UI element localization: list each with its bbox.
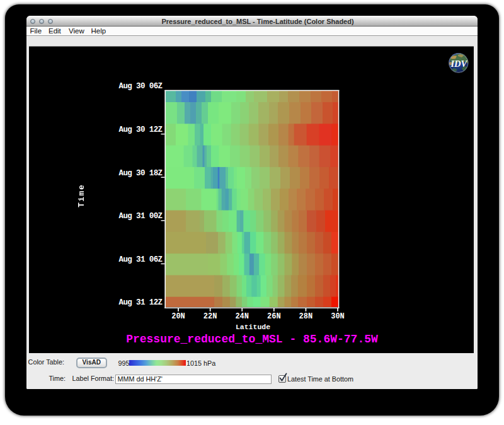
svg-text:IDV: IDV	[450, 59, 467, 69]
